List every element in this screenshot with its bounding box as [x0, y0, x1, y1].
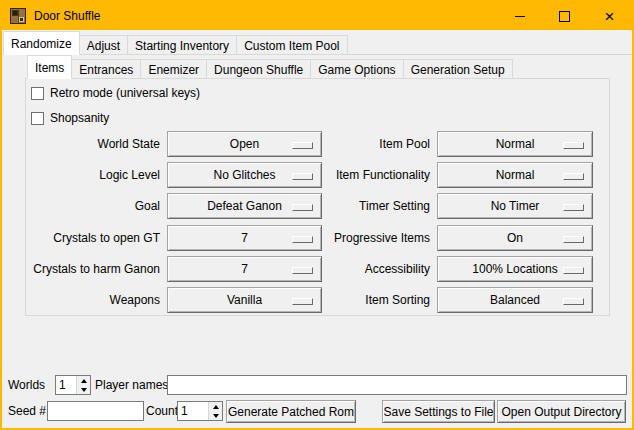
crystals-ganon-label: Crystals to harm Ganon: [25, 256, 160, 282]
close-icon: ×: [605, 8, 615, 25]
tab-adjust[interactable]: Adjust: [79, 35, 128, 55]
logic-level-dropdown[interactable]: No Glitches: [167, 162, 322, 188]
arrow-down-icon: [213, 414, 219, 418]
worlds-value: 1: [56, 376, 76, 394]
tab-randomize[interactable]: Randomize: [3, 31, 80, 55]
item-pool-dropdown[interactable]: Normal: [437, 131, 593, 157]
count-value: 1: [178, 402, 208, 420]
player-names-label: Player names: [95, 375, 168, 395]
maximize-icon: [559, 11, 570, 22]
crystals-gt-label: Crystals to open GT: [25, 225, 160, 251]
world-state-dropdown[interactable]: Open: [167, 131, 322, 157]
crystals-gt-dropdown[interactable]: 7: [167, 225, 322, 251]
retro-mode-label: Retro mode (universal keys): [50, 86, 200, 100]
spinner-buttons: [76, 376, 90, 394]
maximize-button[interactable]: [542, 2, 587, 30]
tab-enemizer[interactable]: Enemizer: [140, 59, 207, 79]
item-sorting-dropdown[interactable]: Balanced: [437, 287, 593, 313]
dropdown-indicator-icon: [563, 204, 584, 211]
timer-setting-value: No Timer: [491, 199, 540, 213]
spin-up-button[interactable]: [77, 376, 90, 385]
arrow-up-icon: [213, 405, 219, 409]
accessibility-label: Accessibility: [320, 256, 430, 282]
arrow-down-icon: [81, 388, 87, 392]
dropdown-indicator-icon: [292, 298, 313, 305]
sub-tab-bar: Items Entrances Enemizer Dungeon Shuffle…: [27, 55, 513, 79]
weapons-label: Weapons: [25, 287, 160, 313]
goal-value: Defeat Ganon: [207, 199, 282, 213]
retro-mode-checkbox[interactable]: Retro mode (universal keys): [31, 86, 200, 100]
goal-label: Goal: [25, 193, 160, 219]
door-shuffle-window: Door Shuffle × Randomize Adjust Starting…: [0, 0, 634, 430]
logic-level-label: Logic Level: [25, 162, 160, 188]
accessibility-value: 100% Locations: [472, 262, 557, 276]
weapons-value: Vanilla: [227, 293, 262, 307]
checkbox-icon: [31, 112, 44, 125]
item-functionality-dropdown[interactable]: Normal: [437, 162, 593, 188]
tab-items[interactable]: Items: [27, 55, 72, 79]
progressive-items-value: On: [507, 231, 523, 245]
spin-down-button[interactable]: [77, 385, 90, 394]
dropdown-indicator-icon: [563, 173, 584, 180]
crystals-gt-value: 7: [241, 231, 248, 245]
accessibility-dropdown[interactable]: 100% Locations: [437, 256, 593, 282]
dropdown-indicator-icon: [563, 236, 584, 243]
minimize-icon: [515, 16, 525, 17]
dropdown-indicator-icon: [292, 267, 313, 274]
tab-dungeon-shuffle[interactable]: Dungeon Shuffle: [206, 59, 311, 79]
timer-setting-label: Timer Setting: [320, 193, 430, 219]
seed-label: Seed #: [8, 401, 46, 421]
checkbox-icon: [31, 87, 44, 100]
tab-generation-setup[interactable]: Generation Setup: [403, 59, 513, 79]
dropdown-indicator-icon: [292, 173, 313, 180]
goal-dropdown[interactable]: Defeat Ganon: [167, 193, 322, 219]
minimize-button[interactable]: [497, 2, 542, 30]
dropdown-indicator-icon: [563, 267, 584, 274]
worlds-label: Worlds: [8, 375, 45, 395]
dropdown-indicator-icon: [292, 236, 313, 243]
dropdown-indicator-icon: [563, 142, 584, 149]
player-names-input[interactable]: [167, 375, 627, 395]
world-state-label: World State: [25, 131, 160, 157]
progressive-items-dropdown[interactable]: On: [437, 225, 593, 251]
item-functionality-value: Normal: [496, 168, 535, 182]
app-icon: [10, 8, 26, 24]
window-controls: ×: [497, 2, 632, 30]
tab-game-options[interactable]: Game Options: [310, 59, 403, 79]
weapons-dropdown[interactable]: Vanilla: [167, 287, 322, 313]
title-bar[interactable]: Door Shuffle ×: [2, 2, 632, 30]
world-state-value: Open: [230, 137, 259, 151]
spinner-buttons: [208, 402, 222, 420]
tab-entrances[interactable]: Entrances: [71, 59, 141, 79]
shopsanity-checkbox[interactable]: Shopsanity: [31, 111, 109, 125]
spin-up-button[interactable]: [209, 402, 222, 411]
dropdown-indicator-icon: [563, 298, 584, 305]
seed-input[interactable]: [47, 401, 144, 421]
crystals-ganon-value: 7: [241, 262, 248, 276]
tab-starting-inventory[interactable]: Starting Inventory: [127, 35, 237, 55]
generate-patched-rom-button[interactable]: Generate Patched Rom: [226, 400, 356, 423]
open-output-directory-button[interactable]: Open Output Directory: [497, 400, 626, 423]
tab-custom-item-pool[interactable]: Custom Item Pool: [236, 35, 347, 55]
close-button[interactable]: ×: [587, 2, 632, 30]
count-label: Count: [146, 401, 178, 421]
logic-level-value: No Glitches: [213, 168, 275, 182]
dropdown-indicator-icon: [292, 204, 313, 211]
spin-down-button[interactable]: [209, 411, 222, 420]
save-settings-button[interactable]: Save Settings to File: [382, 400, 495, 423]
item-pool-label: Item Pool: [320, 131, 430, 157]
count-spinbox[interactable]: 1: [177, 401, 223, 421]
item-sorting-value: Balanced: [490, 293, 540, 307]
item-functionality-label: Item Functionality: [320, 162, 430, 188]
dropdown-indicator-icon: [292, 142, 313, 149]
crystals-ganon-dropdown[interactable]: 7: [167, 256, 322, 282]
worlds-spinbox[interactable]: 1: [55, 375, 91, 395]
window-title: Door Shuffle: [34, 9, 101, 23]
shopsanity-label: Shopsanity: [50, 111, 109, 125]
progressive-items-label: Progressive Items: [320, 225, 430, 251]
main-tab-bar: Randomize Adjust Starting Inventory Cust…: [3, 31, 348, 55]
arrow-up-icon: [81, 379, 87, 383]
item-pool-value: Normal: [496, 137, 535, 151]
item-sorting-label: Item Sorting: [320, 287, 430, 313]
timer-setting-dropdown[interactable]: No Timer: [437, 193, 593, 219]
